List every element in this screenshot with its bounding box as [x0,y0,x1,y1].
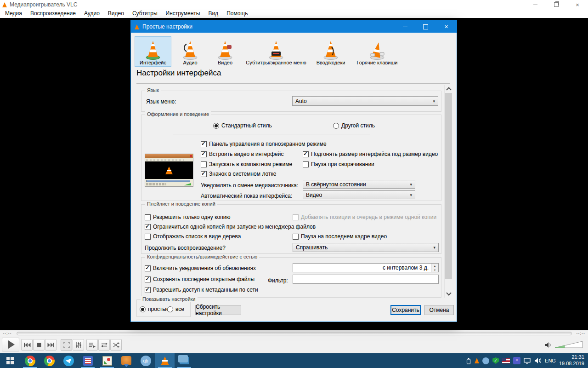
play-button[interactable] [2,338,19,351]
menu-video[interactable]: Видео [104,9,128,18]
system-tray: ✓ “ ENG 21:31 19.08.2019 [466,353,588,368]
spin-up-icon[interactable]: ▴ [431,264,438,268]
tab-hotkeys[interactable]: Горячие клавиши [353,36,401,67]
dialog-titlebar[interactable]: Простые настройки × [131,21,457,33]
radio-dot [140,306,146,312]
show-settings-legend: Показывать настройки [141,296,198,302]
tab-input-codecs[interactable]: Ввод/кодеки [311,36,351,67]
taskbar-vlc[interactable] [155,353,175,368]
radio-simple-settings[interactable]: простые [140,306,170,312]
dialog-scrollbar[interactable] [444,85,452,298]
fullscreen-button[interactable] [61,339,72,351]
restore-icon[interactable] [546,0,567,9]
checkbox-single-instance[interactable]: Разрешить только одну копию [145,214,230,220]
continue-playback-select[interactable]: Спрашивать ▾ [293,243,439,252]
interface-icon [144,40,162,60]
equalizer-button[interactable] [73,339,84,351]
chrome-icon [44,356,55,366]
start-button[interactable] [0,353,20,368]
checkbox-pause-last-frame[interactable]: Пауза на последнем кадре видео [293,233,387,240]
preferences-toolbar: Интерфейс Аудио Видео Субтитры/экранное … [135,36,401,67]
previous-button[interactable] [21,339,33,351]
tab-audio[interactable]: Аудио [174,36,206,67]
language-indicator[interactable]: ENG [545,358,556,363]
shield-check-icon[interactable]: ✓ [492,357,499,364]
checkbox-update-notifications[interactable]: Включить уведомления об обновлениях [145,265,256,271]
tab-video[interactable]: Видео [209,36,241,67]
checkbox-save-recent-files[interactable]: Сохранять последние открытые файлы [145,276,254,282]
close-icon[interactable]: × [567,0,588,9]
checkbox-metadata-network-access[interactable]: Разрешить доступ к метаданным по сети [145,287,258,293]
cancel-button[interactable]: Отмена [424,305,454,315]
dialog-minimize-icon[interactable] [395,21,415,33]
dialog-maximize-icon[interactable] [415,21,436,33]
us-flag-icon[interactable] [502,358,510,363]
clock[interactable]: 21:31 19.08.2019 [559,354,584,367]
taskbar-editor[interactable] [78,353,97,368]
taskbar-chrome-2[interactable] [40,353,59,368]
radio-all-settings[interactable]: все [167,306,184,312]
scrollbar-thumb[interactable] [445,93,452,279]
scroll-up-icon[interactable] [445,85,452,93]
language-legend: Язык [145,87,161,93]
preview-titlebar [145,154,193,158]
filter-input[interactable] [293,275,439,284]
save-button[interactable]: Сохранить [390,305,421,315]
notify-source-select[interactable]: В свёрнутом состоянии ▾ [303,180,415,189]
menu-subtitles[interactable]: Субтитры [128,9,162,18]
checkbox-fullscreen-controls[interactable]: Панель управления в полноэкранном режиме [201,141,327,147]
taskbar-chrome-1[interactable] [20,353,40,368]
hotkeys-icon [368,40,386,60]
checkbox-tray-icon[interactable]: Значок в системном лотке [201,171,276,177]
network-display-icon[interactable] [524,358,531,364]
taskbar-folders[interactable] [175,353,194,368]
menu-audio[interactable]: Аудио [80,9,104,18]
checkbox-tree-view[interactable]: Отображать список в виде дерева [145,233,241,240]
menu-help[interactable]: Помощь [222,9,252,18]
page-title: Настройки интерфейса [136,69,221,78]
autoshow-select[interactable]: Видео ▾ [303,190,415,199]
taskbar-app-orange[interactable] [117,353,136,368]
usb-icon[interactable] [466,357,471,364]
taskbar-image-viewer[interactable] [97,353,117,368]
menu-media[interactable]: Медиа [1,9,26,18]
checkbox-embed-video[interactable]: Встроить видео в интерфейс [201,151,283,157]
player-controls: 35% [0,336,588,353]
checkbox-pause-on-minimize[interactable]: Пауза при сворачивании [303,161,374,167]
radio-custom-style[interactable]: Другой стиль [333,122,375,129]
dialog-close-icon[interactable]: × [436,21,457,33]
reset-preferences-button[interactable]: Сбросить настройки [195,305,241,315]
next-button[interactable] [45,339,57,351]
radio-divider [173,134,370,134]
tab-interface[interactable]: Интерфейс [135,36,171,67]
vlc-tray-icon[interactable] [475,358,479,363]
menu-playback[interactable]: Воспроизведение [26,9,80,18]
spin-down-icon[interactable]: ▾ [431,268,438,272]
main-window-titlebar[interactable]: Медиапроигрыватель VLC × [0,0,588,9]
speaker-icon[interactable] [545,342,552,348]
notify-source-label: Уведомлять о смене медиаисточника: [201,182,298,189]
playlist-button[interactable] [86,339,98,351]
checkbox-compact-mode[interactable]: Запускать в компактном режиме [201,161,292,167]
volume-slider[interactable] [554,340,583,349]
qbittorrent-icon: qb [141,356,151,366]
scroll-down-icon[interactable] [445,290,452,298]
menu-language-select[interactable]: Auto ▾ [292,96,438,106]
stop-button[interactable] [33,339,45,351]
taskbar-qbittorrent[interactable]: qb [136,353,155,368]
minimize-icon[interactable] [525,0,546,9]
loop-button[interactable] [98,339,110,351]
menu-tools[interactable]: Инструменты [162,9,204,18]
checkbox-resize-to-video[interactable]: Подгонять размер интерфейса под размер в… [303,151,438,157]
radio-standard-style[interactable]: Стандартный стиль [213,122,272,129]
taskbar-telegram[interactable] [59,353,78,368]
shuffle-button[interactable] [110,339,122,351]
qbittorrent-tray-icon[interactable] [482,357,489,364]
tab-subtitles-osd[interactable]: Субтитры/экранное меню [244,36,308,67]
checkbox-single-from-file-manager[interactable]: Ограничиться одной копией при запуске из… [145,224,316,230]
tray-speaker-icon[interactable] [534,357,542,364]
quotes-app-icon[interactable]: “ [513,357,520,364]
update-interval-spinner[interactable]: с интервалом 3 д. ▴ ▾ [293,263,439,272]
menu-view[interactable]: Вид [204,9,222,18]
seek-slider[interactable] [17,332,572,335]
